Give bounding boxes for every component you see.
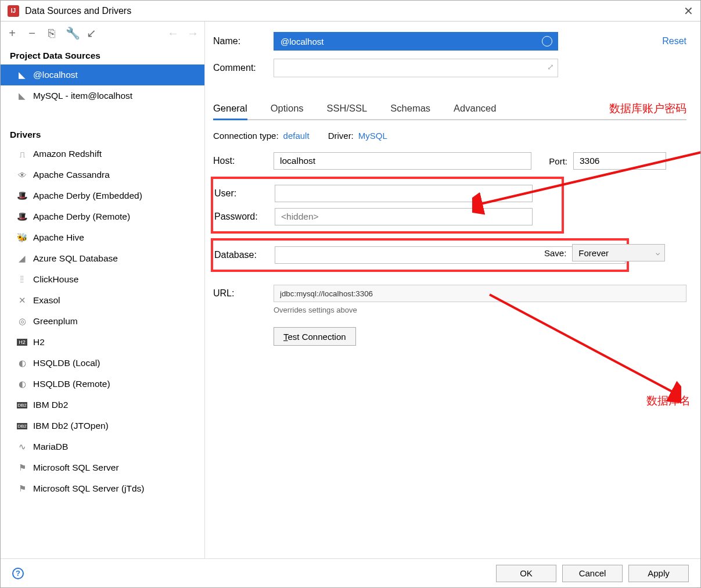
driver-icon: 🎩 bbox=[17, 191, 27, 201]
database-icon: ◣ bbox=[17, 70, 27, 80]
reset-link[interactable]: Reset bbox=[662, 36, 686, 46]
dialog-footer: ? OK Cancel Apply bbox=[1, 558, 700, 587]
driver-item[interactable]: DB2IBM Db2 (JTOpen) bbox=[1, 415, 204, 436]
ok-button[interactable]: OK bbox=[496, 565, 556, 582]
section-project-datasources: Project Data Sources bbox=[1, 45, 204, 64]
expand-icon[interactable]: ⤢ bbox=[547, 62, 554, 71]
driver-icon: ∿ bbox=[17, 442, 27, 452]
driver-icon: ⚑ bbox=[17, 483, 27, 494]
name-label: Name: bbox=[213, 36, 274, 46]
back-icon[interactable]: ← bbox=[167, 27, 179, 40]
apply-button[interactable]: Apply bbox=[628, 565, 689, 582]
tab-ssh-ssl[interactable]: SSH/SSL bbox=[327, 98, 368, 119]
driver-icon: DB2 bbox=[17, 423, 27, 429]
driver-item[interactable]: ◎Greenplum bbox=[1, 311, 204, 332]
driver-icon: ✕ bbox=[17, 295, 27, 306]
datasource-item-localhost[interactable]: ◣ @localhost bbox=[1, 64, 204, 85]
item-label: MySQL - item@localhost bbox=[33, 91, 132, 101]
port-input[interactable] bbox=[573, 152, 666, 170]
driver-item[interactable]: DB2IBM Db2 bbox=[1, 395, 204, 415]
user-input[interactable] bbox=[275, 185, 533, 202]
app-icon: IJ bbox=[8, 5, 19, 17]
test-connection-button[interactable]: Test Connection bbox=[274, 327, 356, 346]
sidebar: + − ⎘ 🔧 ↙ ← → Project Data Sources ◣ @lo… bbox=[1, 21, 205, 558]
driver-icon: ⦙⦙ bbox=[17, 274, 27, 285]
datasources-tree: ◣ @localhost ◣ MySQL - item@localhost Dr… bbox=[1, 64, 204, 558]
tab-advanced[interactable]: Advanced bbox=[454, 98, 496, 119]
copy-icon[interactable]: ⎘ bbox=[46, 27, 57, 40]
cancel-button[interactable]: Cancel bbox=[562, 565, 623, 582]
wrench-icon[interactable]: 🔧 bbox=[66, 26, 77, 40]
url-label: URL: bbox=[213, 288, 274, 299]
driver-icon: ◢ bbox=[17, 253, 27, 264]
user-label: User: bbox=[214, 188, 275, 199]
password-input[interactable] bbox=[275, 208, 533, 225]
save-select[interactable]: Forever bbox=[572, 244, 665, 261]
driver-item[interactable]: ◐HSQLDB (Remote) bbox=[1, 374, 204, 395]
driver-item[interactable]: 🎩Apache Derby (Remote) bbox=[1, 206, 204, 227]
url-input[interactable] bbox=[274, 285, 686, 302]
driver-label: Driver: bbox=[328, 131, 354, 141]
import-icon[interactable]: ↙ bbox=[85, 26, 97, 40]
tab-general[interactable]: General bbox=[213, 98, 247, 120]
dialog-title: Data Sources and Drivers bbox=[25, 6, 684, 16]
driver-icon: ◐ bbox=[17, 379, 27, 389]
titlebar: IJ Data Sources and Drivers ✕ bbox=[1, 1, 700, 21]
annotation-dbname: 数据库名 bbox=[646, 393, 691, 408]
driver-item[interactable]: 🐝Apache Hive bbox=[1, 227, 204, 248]
database-label: Database: bbox=[214, 250, 275, 260]
tab-options[interactable]: Options bbox=[271, 98, 304, 119]
color-icon[interactable] bbox=[542, 36, 552, 46]
driver-icon: DB2 bbox=[17, 402, 27, 408]
driver-item[interactable]: 👁Apache Cassandra bbox=[1, 164, 204, 185]
driver-icon: H2 bbox=[17, 339, 27, 346]
driver-icon: ⚑ bbox=[17, 462, 27, 473]
section-drivers: Drivers bbox=[1, 124, 204, 144]
connection-type-label: Connection type: bbox=[213, 131, 279, 141]
driver-item[interactable]: ⚑Microsoft SQL Server (jTds) bbox=[1, 478, 204, 499]
remove-icon[interactable]: − bbox=[26, 27, 38, 40]
credentials-highlight: User: Password: bbox=[211, 177, 564, 234]
driver-item[interactable]: ◢Azure SQL Database bbox=[1, 248, 204, 269]
tabs: General Options SSH/SSL Schemas Advanced… bbox=[213, 98, 686, 120]
name-input[interactable]: @localhost bbox=[274, 32, 558, 51]
driver-value[interactable]: MySQL bbox=[358, 131, 387, 141]
comment-input[interactable]: ⤢ bbox=[274, 59, 558, 77]
main-panel: Name: @localhost Reset Comment: ⤢ Genera… bbox=[205, 21, 700, 558]
item-label: @localhost bbox=[33, 70, 78, 80]
driver-item[interactable]: ⦙⦙ClickHouse bbox=[1, 269, 204, 290]
driver-item[interactable]: ⎍Amazon Redshift bbox=[1, 144, 204, 164]
port-label: Port: bbox=[531, 156, 573, 166]
driver-item[interactable]: ∿MariaDB bbox=[1, 436, 204, 457]
add-icon[interactable]: + bbox=[6, 27, 18, 40]
driver-item[interactable]: ✕Exasol bbox=[1, 290, 204, 311]
driver-icon: ⎍ bbox=[17, 149, 27, 159]
dialog-window: IJ Data Sources and Drivers ✕ + − ⎘ 🔧 ↙ … bbox=[0, 0, 701, 588]
datasource-item-mysql-item[interactable]: ◣ MySQL - item@localhost bbox=[1, 85, 204, 106]
host-label: Host: bbox=[213, 156, 274, 166]
driver-item[interactable]: H2H2 bbox=[1, 332, 204, 353]
driver-icon: 👁 bbox=[17, 170, 27, 180]
driver-item[interactable]: 🎩Apache Derby (Embedded) bbox=[1, 185, 204, 206]
driver-icon: 🎩 bbox=[17, 211, 27, 222]
driver-icon: 🐝 bbox=[17, 232, 27, 243]
sidebar-toolbar: + − ⎘ 🔧 ↙ ← → bbox=[1, 21, 204, 45]
host-input[interactable] bbox=[274, 152, 531, 170]
connection-type-value[interactable]: default bbox=[283, 131, 310, 141]
annotation-credentials: 数据库账户密码 bbox=[609, 101, 686, 116]
save-label: Save: bbox=[544, 248, 566, 258]
content-area: + − ⎘ 🔧 ↙ ← → Project Data Sources ◣ @lo… bbox=[1, 21, 700, 558]
url-hint: Overrides settings above bbox=[274, 306, 686, 314]
connection-type-row: Connection type: default Driver: MySQL bbox=[213, 131, 686, 141]
forward-icon[interactable]: → bbox=[187, 27, 199, 40]
driver-icon: ◎ bbox=[17, 316, 27, 327]
database-icon: ◣ bbox=[17, 91, 27, 101]
tab-schemas[interactable]: Schemas bbox=[390, 98, 430, 119]
driver-item[interactable]: ⚑Microsoft SQL Server bbox=[1, 457, 204, 478]
driver-icon: ◐ bbox=[17, 358, 27, 368]
help-icon[interactable]: ? bbox=[12, 568, 24, 579]
driver-item[interactable]: ◐HSQLDB (Local) bbox=[1, 353, 204, 374]
password-label: Password: bbox=[214, 211, 275, 222]
comment-label: Comment: bbox=[213, 63, 274, 73]
close-icon[interactable]: ✕ bbox=[684, 4, 693, 18]
